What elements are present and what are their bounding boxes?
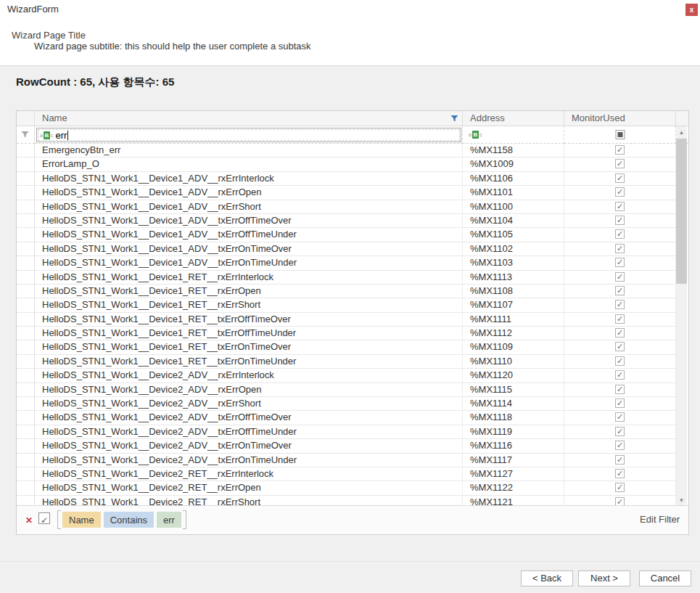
- table-row[interactable]: HelloDS_STN1_Work1__Device1_RET__txErrOn…: [17, 355, 688, 369]
- table-row[interactable]: HelloDS_STN1_Work1__Device1_RET__rxErrIn…: [17, 271, 688, 285]
- filter-operator-tag[interactable]: Contains: [104, 512, 154, 528]
- table-row[interactable]: HelloDS_STN1_Work1__Device2_RET__rxErrIn…: [17, 467, 688, 481]
- monitor-used-checkbox[interactable]: ✓: [615, 370, 625, 380]
- cancel-button[interactable]: Cancel: [639, 570, 691, 586]
- cell-address[interactable]: %MX1114: [463, 397, 564, 411]
- next-button[interactable]: Next >: [578, 570, 630, 586]
- cell-name[interactable]: HelloDS_STN1_Work1__Device1_RET__txErrOf…: [35, 327, 463, 340]
- table-row[interactable]: HelloDS_STN1_Work1__Device2_ADV__rxErrSh…: [17, 397, 688, 411]
- name-column-filter-icon[interactable]: [450, 115, 458, 123]
- table-row[interactable]: HelloDS_STN1_Work1__Device2_ADV__rxErrOp…: [17, 383, 688, 397]
- cell-address[interactable]: %MX1127: [463, 467, 564, 481]
- filter-value-tag[interactable]: err: [157, 512, 181, 528]
- table-row[interactable]: HelloDS_STN1_Work1__Device1_ADV__txErrOf…: [17, 228, 688, 242]
- table-row[interactable]: HelloDS_STN1_Work1__Device1_ADV__rxErrSh…: [17, 200, 688, 214]
- table-row[interactable]: HelloDS_STN1_Work1__Device2_RET__rxErrOp…: [17, 481, 688, 495]
- edit-filter-link[interactable]: Edit Filter: [640, 514, 680, 525]
- cell-address[interactable]: %MX1116: [463, 439, 564, 453]
- cell-name[interactable]: HelloDS_STN1_Work1__Device2_ADV__txErrOn…: [35, 439, 463, 453]
- cell-name[interactable]: HelloDS_STN1_Work1__Device1_ADV__rxErrIn…: [35, 172, 463, 186]
- column-header-address[interactable]: Address: [463, 111, 564, 126]
- monitor-used-checkbox[interactable]: ✓: [615, 427, 625, 436]
- cell-address[interactable]: %MX1111: [463, 313, 564, 327]
- cell-name[interactable]: HelloDS_STN1_Work1__Device1_ADV__rxErrOp…: [35, 186, 463, 200]
- table-row[interactable]: HelloDS_STN1_Work1__Device1_RET__rxErrOp…: [17, 285, 688, 298]
- monitor-used-checkbox[interactable]: ✓: [615, 483, 625, 492]
- cell-address[interactable]: %MX1103: [463, 256, 564, 270]
- cell-address[interactable]: %MX1107: [463, 298, 564, 312]
- scrollbar-thumb[interactable]: [676, 139, 687, 284]
- cell-name[interactable]: HelloDS_STN1_Work1__Device1_ADV__txErrOn…: [35, 256, 463, 270]
- monitor-used-checkbox[interactable]: ✓: [615, 441, 625, 450]
- cell-address[interactable]: %MX1112: [463, 327, 564, 340]
- contains-filter-mode-icon[interactable]: aBc: [469, 131, 482, 139]
- cell-address[interactable]: %MX1104: [463, 214, 564, 228]
- table-row[interactable]: HelloDS_STN1_Work1__Device2_ADV__txErrOf…: [17, 425, 688, 439]
- cell-address[interactable]: %MX1115: [463, 383, 564, 397]
- filter-enabled-checkbox[interactable]: ✓: [38, 512, 50, 524]
- monitor-used-checkbox[interactable]: ✓: [615, 229, 625, 239]
- table-row[interactable]: HelloDS_STN1_Work1__Device2_ADV__txErrOn…: [17, 454, 688, 467]
- table-row[interactable]: HelloDS_STN1_Work1__Device1_ADV__txErrOn…: [17, 256, 688, 270]
- cell-name[interactable]: HelloDS_STN1_Work1__Device1_RET__rxErrSh…: [35, 298, 463, 312]
- contains-filter-mode-icon[interactable]: aBc: [40, 131, 53, 139]
- monitor-used-checkbox[interactable]: ✓: [615, 385, 625, 394]
- monitor-used-checkbox[interactable]: ✓: [615, 328, 625, 338]
- monitor-used-checkbox[interactable]: ✓: [615, 258, 625, 267]
- cell-address[interactable]: %MX1009: [463, 158, 564, 171]
- cell-address[interactable]: %MX1102: [463, 242, 564, 256]
- column-header-name[interactable]: Name: [35, 111, 463, 126]
- table-row[interactable]: HelloDS_STN1_Work1__Device1_RET__rxErrSh…: [17, 298, 688, 312]
- monitor-used-checkbox[interactable]: ✓: [615, 469, 625, 478]
- cell-address[interactable]: %MX1108: [463, 285, 564, 298]
- cell-name[interactable]: EmergencyBtn_err: [35, 144, 463, 158]
- cell-name[interactable]: HelloDS_STN1_Work1__Device1_RET__txErrOn…: [35, 355, 463, 369]
- cell-address[interactable]: %MX1120: [463, 369, 564, 383]
- cell-name[interactable]: HelloDS_STN1_Work1__Device2_RET__rxErrIn…: [35, 467, 463, 481]
- cell-address[interactable]: %MX1105: [463, 228, 564, 242]
- cell-address[interactable]: %MX1100: [463, 200, 564, 214]
- table-row[interactable]: HelloDS_STN1_Work1__Device1_RET__txErrOn…: [17, 340, 688, 354]
- table-row[interactable]: HelloDS_STN1_Work1__Device1_ADV__rxErrIn…: [17, 172, 688, 186]
- cell-name[interactable]: HelloDS_STN1_Work1__Device1_ADV__txErrOn…: [35, 242, 463, 256]
- cell-name[interactable]: HelloDS_STN1_Work1__Device1_RET__rxErrOp…: [35, 285, 463, 298]
- cell-name[interactable]: HelloDS_STN1_Work1__Device2_ADV__txErrOf…: [35, 425, 463, 439]
- monitor-used-checkbox[interactable]: ✓: [615, 412, 625, 422]
- monitor-used-checkbox[interactable]: ✓: [615, 455, 625, 465]
- cell-name[interactable]: HelloDS_STN1_Work1__Device2_ADV__txErrOn…: [35, 454, 463, 467]
- cell-name[interactable]: HelloDS_STN1_Work1__Device1_RET__txErrOf…: [35, 313, 463, 327]
- filter-field-tag[interactable]: Name: [62, 512, 101, 528]
- monitor-used-checkbox[interactable]: ✓: [615, 356, 625, 366]
- scrollbar-up-icon[interactable]: ▲: [676, 126, 687, 139]
- cell-name[interactable]: HelloDS_STN1_Work1__Device1_RET__txErrOn…: [35, 340, 463, 354]
- cell-address[interactable]: %MX1117: [463, 454, 564, 467]
- table-row[interactable]: HelloDS_STN1_Work1__Device1_ADV__txErrOn…: [17, 242, 688, 256]
- name-filter-input[interactable]: aBc err: [36, 128, 461, 142]
- filter-cell-address[interactable]: aBc: [463, 126, 564, 144]
- cell-name[interactable]: HelloDS_STN1_Work1__Device2_ADV__rxErrOp…: [35, 383, 463, 397]
- table-row[interactable]: HelloDS_STN1_Work1__Device2_ADV__txErrOn…: [17, 439, 688, 453]
- cell-address[interactable]: %MX1110: [463, 355, 564, 369]
- cell-name[interactable]: ErrorLamp_O: [35, 158, 463, 171]
- cell-address[interactable]: %MX1109: [463, 340, 564, 354]
- monitor-used-checkbox[interactable]: ✓: [615, 145, 625, 155]
- monitor-used-checkbox[interactable]: ✓: [615, 272, 625, 282]
- monitor-used-checkbox[interactable]: ✓: [615, 173, 625, 183]
- monitor-used-checkbox[interactable]: ✓: [615, 202, 625, 211]
- cell-address[interactable]: %MX1106: [463, 172, 564, 186]
- cell-address[interactable]: %MX1113: [463, 271, 564, 285]
- cell-address[interactable]: %MX1119: [463, 425, 564, 439]
- cell-name[interactable]: HelloDS_STN1_Work1__Device1_ADV__txErrOf…: [35, 228, 463, 242]
- cell-address[interactable]: %MX1118: [463, 411, 564, 425]
- cell-name[interactable]: HelloDS_STN1_Work1__Device1_ADV__txErrOf…: [35, 214, 463, 228]
- cell-name[interactable]: HelloDS_STN1_Work1__Device2_ADV__rxErrIn…: [35, 369, 463, 383]
- table-row[interactable]: EmergencyBtn_err%MX1158✓: [17, 144, 688, 158]
- table-row[interactable]: ErrorLamp_O%MX1009✓: [17, 158, 688, 171]
- cell-address[interactable]: %MX1122: [463, 481, 564, 495]
- monitorused-filter-checkbox[interactable]: [615, 130, 625, 139]
- monitor-used-checkbox[interactable]: ✓: [615, 314, 625, 324]
- monitor-used-checkbox[interactable]: ✓: [615, 187, 625, 197]
- monitor-used-checkbox[interactable]: ✓: [615, 300, 625, 309]
- table-row[interactable]: HelloDS_STN1_Work1__Device2_ADV__rxErrIn…: [17, 369, 688, 383]
- table-row[interactable]: HelloDS_STN1_Work1__Device1_ADV__txErrOf…: [17, 214, 688, 228]
